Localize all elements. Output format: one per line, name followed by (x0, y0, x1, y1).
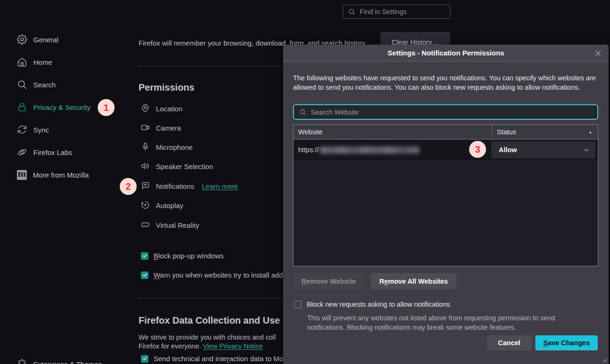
checkbox-checked-icon[interactable] (141, 271, 148, 279)
dialog-header: Settings - Notification Permissions (283, 45, 609, 62)
block-note: This will prevent any websites not liste… (307, 314, 572, 332)
checkbox-label: Send technical and interaction data to M… (154, 355, 295, 363)
remove-all-websites-button[interactable]: Remove All Websites (371, 273, 456, 289)
resize-grip-icon[interactable] (602, 357, 607, 363)
permission-row-camera[interactable]: Camera (141, 121, 181, 134)
website-cell: https:// (293, 146, 492, 154)
data-collection-heading: Firefox Data Collection and Use (139, 315, 280, 326)
speaker-icon (141, 162, 150, 171)
view-privacy-notice-link[interactable]: View Privacy Notice (203, 342, 263, 350)
camera-icon (141, 123, 150, 132)
permission-label: Virtual Reality (156, 221, 199, 229)
notification-permissions-dialog: Settings - Notification Permissions The … (283, 45, 609, 364)
website-permissions-table: Website Status ▲ https:// Allow (293, 124, 598, 266)
data-collection-description: We strive to provide you with choices an… (139, 333, 276, 351)
send-data-checkbox-row[interactable]: Send technical and interaction data to M… (141, 355, 295, 363)
annotation-badge-2: 2 (120, 178, 137, 195)
location-pin-icon (141, 104, 150, 113)
annotation-badge-1: 1 (98, 99, 115, 116)
warn-addons-checkbox-row[interactable]: Warn you when websites try to install ad… (141, 271, 297, 279)
block-new-requests-checkbox-row[interactable]: Block new requests asking to allow notif… (294, 301, 450, 308)
remove-website-button[interactable]: Remove Website (293, 273, 364, 289)
search-website-box[interactable] (293, 104, 598, 120)
column-header-website[interactable]: Website (293, 125, 492, 139)
save-changes-button[interactable]: Save Changes (535, 335, 598, 350)
search-website-input[interactable] (311, 108, 592, 116)
vr-goggles-icon (141, 220, 150, 230)
chevron-down-icon (583, 147, 589, 153)
status-dropdown[interactable]: Allow (491, 141, 595, 158)
permission-row-speaker-selection[interactable]: Speaker Selection (141, 160, 213, 173)
permissions-heading: Permissions (139, 82, 194, 93)
close-icon[interactable] (592, 47, 604, 59)
checkbox-label: Block new requests asking to allow notif… (307, 301, 450, 308)
search-icon (299, 108, 306, 116)
permission-label: Autoplay (156, 201, 183, 209)
checkbox-checked-icon[interactable] (141, 252, 148, 260)
permission-label: Camera (156, 124, 181, 132)
table-row[interactable]: https:// Allow (293, 139, 598, 160)
dialog-footer: Cancel Save Changes (487, 335, 598, 350)
permission-row-virtual-reality[interactable]: Virtual Reality (141, 218, 199, 232)
permission-row-microphone[interactable]: Microphone (141, 140, 193, 154)
cancel-button[interactable]: Cancel (487, 335, 532, 350)
checkbox-checked-icon[interactable] (141, 355, 148, 363)
permission-row-notifications[interactable]: Notifications Learn more (141, 179, 238, 193)
notifications-learn-more-link[interactable]: Learn more (202, 182, 238, 190)
block-popups-checkbox-row[interactable]: Block pop-up windows (141, 252, 224, 260)
permission-label: Microphone (156, 143, 193, 151)
permission-row-location[interactable]: Location (141, 102, 183, 115)
sort-ascending-icon: ▲ (588, 130, 592, 134)
permission-label: Speaker Selection (156, 163, 213, 170)
permission-label: Location (156, 105, 183, 113)
autoplay-icon (141, 201, 150, 210)
dialog-title: Settings - Notification Permissions (387, 49, 504, 57)
checkbox-unchecked-icon[interactable] (294, 301, 301, 308)
column-header-status[interactable]: Status ▲ (492, 125, 598, 139)
permission-row-autoplay[interactable]: Autoplay (141, 199, 183, 212)
redacted-website-url (320, 147, 419, 154)
checkbox-label: Warn you when websites try to install ad… (154, 271, 297, 279)
remove-buttons-row: Remove Website Remove All Websites (293, 273, 456, 289)
microphone-icon (141, 142, 150, 152)
checkbox-label: Block pop-up windows (154, 252, 224, 260)
notifications-bubble-icon (141, 181, 150, 191)
dialog-description: The following websites have requested to… (293, 74, 599, 92)
annotation-badge-3: 3 (469, 141, 486, 158)
status-cell: Allow (492, 141, 598, 158)
permission-label: Notifications (156, 182, 194, 190)
table-header-row: Website Status ▲ (293, 125, 598, 139)
